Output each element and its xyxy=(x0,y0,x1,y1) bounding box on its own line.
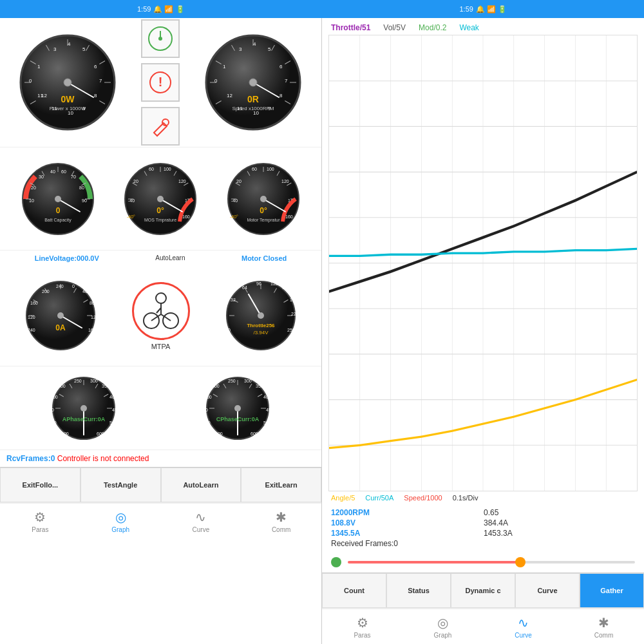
svg-text:0: 0 xyxy=(72,284,75,289)
slider-green-dot[interactable] xyxy=(331,557,341,567)
svg-text:0°: 0° xyxy=(157,206,165,215)
svg-text:240: 240 xyxy=(28,328,35,332)
count-tab[interactable]: Count xyxy=(322,573,386,608)
svg-text:120: 120 xyxy=(178,179,186,184)
svg-text:100: 100 xyxy=(164,167,171,171)
svg-text:120: 120 xyxy=(91,315,98,319)
svg-text:300: 300 xyxy=(244,379,252,383)
gather-tab[interactable]: Gather xyxy=(580,573,644,608)
angle-label: Angle/5 xyxy=(331,494,355,502)
slider-orange-dot[interactable] xyxy=(515,557,526,567)
val1-stat: 0.65 xyxy=(484,508,635,517)
speed-gauge: 1 0 3 4 5 6 7 8 9 10 11 12 0R Speed x100… xyxy=(204,33,303,133)
bluetooth-icon-right: ✱ xyxy=(598,615,609,630)
speedometer-icon-box xyxy=(141,19,180,58)
auto-learn-button[interactable]: AutoLearn xyxy=(161,468,242,502)
nav-graph-label-right: Graph xyxy=(434,632,452,639)
dynamic-tab[interactable]: Dynamic c xyxy=(451,573,515,608)
svg-text:12: 12 xyxy=(41,93,47,99)
nav-curve-label-right: Curve xyxy=(515,632,532,639)
svg-text:80: 80 xyxy=(79,185,84,190)
nav-curve-label-left: Curve xyxy=(193,526,210,533)
test-angle-button[interactable]: TestAngle xyxy=(80,468,161,502)
svg-text:120: 120 xyxy=(281,179,289,184)
nav-paras-left[interactable]: ⚙ Paras xyxy=(0,504,80,538)
svg-text:200: 200 xyxy=(212,384,220,388)
weak-label: Weak xyxy=(459,23,478,32)
svg-text:60: 60 xyxy=(252,167,257,171)
svg-text:7: 7 xyxy=(99,78,102,84)
svg-point-138 xyxy=(57,312,64,319)
tab-buttons: Count Status Dynamic c Curve Gather xyxy=(322,573,644,608)
chart-svg xyxy=(329,35,637,491)
nav-paras-right[interactable]: ⚙ Paras xyxy=(322,609,402,644)
svg-text:30: 30 xyxy=(39,175,44,179)
svg-text:4: 4 xyxy=(68,41,71,47)
nav-graph-left[interactable]: ◎ Graph xyxy=(80,504,161,538)
svg-text:600: 600 xyxy=(251,431,258,436)
svg-text:20: 20 xyxy=(133,179,138,184)
icons-column: ! xyxy=(141,19,180,146)
svg-text:32: 32 xyxy=(231,298,236,302)
chart-area xyxy=(328,35,638,491)
svg-point-96 xyxy=(157,196,164,202)
exit-follow-button[interactable]: ExitFollo... xyxy=(0,468,80,502)
exit-learn-button[interactable]: ExitLearn xyxy=(241,468,321,502)
svg-text:-40: -40 xyxy=(231,198,238,203)
svg-text:450: 450 xyxy=(266,408,274,412)
svg-text:100: 100 xyxy=(50,395,58,399)
svg-text:20: 20 xyxy=(31,185,36,190)
main-content: 1 0 11 3 4 5 6 7 8 9 10 11 12 0W Power x… xyxy=(0,18,644,644)
rcv-frames: RcvFrames:0 xyxy=(6,454,55,463)
svg-point-140 xyxy=(156,293,166,303)
nav-curve-left[interactable]: ∿ Curve xyxy=(161,504,242,538)
svg-text:400: 400 xyxy=(109,395,117,399)
svg-text:5: 5 xyxy=(268,46,271,52)
svg-text:0: 0 xyxy=(214,78,218,84)
chart-labels-top: Throttle/51 Vol/5V Mod/0.2 Weak xyxy=(322,18,644,35)
svg-text:3: 3 xyxy=(239,46,242,52)
svg-text:500: 500 xyxy=(109,421,117,425)
nav-graph-right[interactable]: ◎ Graph xyxy=(402,609,483,644)
power-gauge-container: 1 0 11 3 4 5 6 7 8 9 10 11 12 0W Power x… xyxy=(18,33,118,133)
nav-comm-left[interactable]: ✱ Comm xyxy=(241,504,321,538)
batt-capacity-gauge: 10 20 30 40 60 70 80 90 0 Batt Capacity xyxy=(19,160,97,238)
wrench-icon-box xyxy=(141,107,180,146)
graph-icon-right: ◎ xyxy=(437,615,448,630)
chart-labels-bottom: Angle/5 Curr/50A Speed/1000 0.1s/Div xyxy=(322,491,644,504)
svg-text:60: 60 xyxy=(61,169,66,174)
svg-text:100: 100 xyxy=(267,167,274,171)
svg-point-189 xyxy=(80,405,87,412)
left-bottom-nav: ⚙ Paras ◎ Graph ∿ Curve ✱ Comm xyxy=(0,502,321,538)
aphase-container: 50 100 200 250 300 350 400 450 500 550 6… xyxy=(45,376,122,440)
svg-text:120: 120 xyxy=(28,315,35,319)
slider-track[interactable] xyxy=(348,561,635,564)
svg-text:8: 8 xyxy=(94,93,97,99)
received-frames: Received Frames:0 xyxy=(331,539,635,548)
svg-text:200: 200 xyxy=(58,384,66,388)
nav-comm-right[interactable]: ✱ Comm xyxy=(564,609,644,644)
svg-text:4: 4 xyxy=(253,41,256,47)
nav-curve-right[interactable]: ∿ Curve xyxy=(483,609,564,644)
mtpa-label: MTPA xyxy=(151,343,171,350)
graph-icon-left: ◎ xyxy=(115,509,126,525)
svg-text:200: 200 xyxy=(42,289,50,294)
gear-icon-right: ⚙ xyxy=(357,615,368,630)
aphase-gauge: 50 100 200 250 300 350 400 450 500 550 6… xyxy=(45,376,122,440)
throttle-gauge: 32 64 96 128 160 192 224 256 0 Throttle2… xyxy=(224,279,298,353)
svg-text:0°: 0° xyxy=(260,206,267,215)
gear-icon-left: ⚙ xyxy=(34,509,46,525)
info-row: LineVoltage:000.0V AutoLearn Motor Close… xyxy=(0,250,321,266)
curve-tab[interactable]: Curve xyxy=(515,573,580,608)
svg-text:240: 240 xyxy=(56,284,64,289)
status-tab[interactable]: Status xyxy=(386,573,451,608)
connection-status: Controller is not connected xyxy=(57,454,149,463)
vol-label: Vol/5V xyxy=(383,23,406,32)
svg-text:128: 128 xyxy=(270,281,278,286)
svg-text:500: 500 xyxy=(263,421,271,425)
large-bot-gauges: 50 100 200 250 300 350 400 450 500 550 6… xyxy=(0,366,321,450)
svg-text:60: 60 xyxy=(149,167,154,171)
right-bottom-nav: ⚙ Paras ◎ Graph ∿ Curve ✱ Comm xyxy=(322,608,644,644)
svg-text:300: 300 xyxy=(90,379,98,383)
top-gauges-row: 1 0 11 3 4 5 6 7 8 9 10 11 12 0W Power x… xyxy=(0,18,321,147)
